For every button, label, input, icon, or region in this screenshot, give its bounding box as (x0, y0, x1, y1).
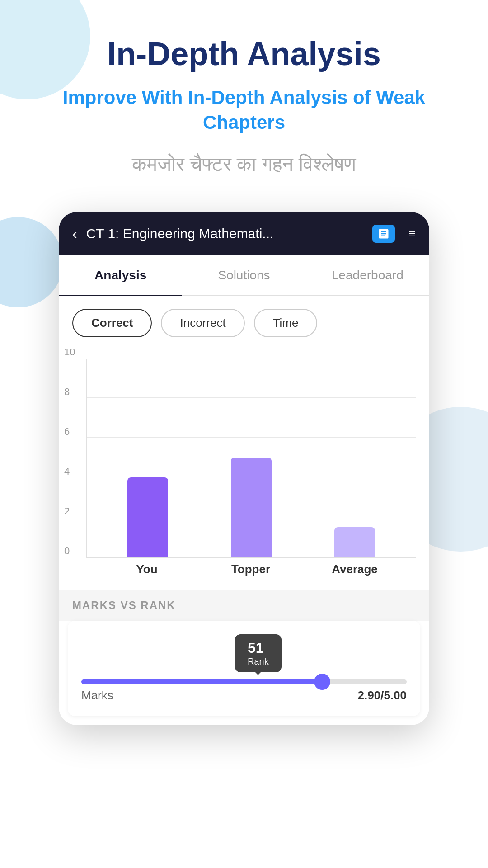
marks-value: 2.90/5.00 (358, 689, 407, 703)
page-title: In-Depth Analysis (107, 36, 380, 72)
rank-value: 51 (248, 640, 264, 656)
tabs-row: Analysis Solutions Leaderboard (59, 255, 429, 296)
x-labels: You Topper Average (86, 558, 416, 585)
bar-group-you (127, 477, 168, 557)
bar-topper (231, 458, 272, 557)
tab-analysis[interactable]: Analysis (59, 255, 182, 295)
page-subtitle: Improve With In-Depth Analysis of Weak C… (0, 85, 488, 135)
y-label-4: 4 (64, 466, 70, 477)
x-label-you: You (117, 562, 176, 576)
back-button[interactable]: ‹ (72, 226, 77, 242)
header-title: CT 1: Engineering Mathemati... (86, 226, 363, 241)
page-hindi-subtitle: कमजोर चैफ्टर का गहन विश्लेषण (105, 153, 383, 176)
bar-group-average (334, 527, 375, 557)
y-label-6: 6 (64, 426, 70, 438)
x-label-average: Average (325, 562, 384, 576)
rank-sub-label: Rank (248, 656, 269, 667)
marks-row: Marks 2.90/5.00 (81, 689, 407, 703)
book-icon (372, 225, 395, 243)
filter-incorrect[interactable]: Incorrect (161, 309, 244, 337)
y-label-8: 8 (64, 386, 70, 398)
phone-mockup: ‹ CT 1: Engineering Mathemati... ≡ Analy… (59, 212, 429, 725)
bars-container (96, 359, 407, 557)
bar-average (334, 527, 375, 557)
y-label-10: 10 (64, 346, 75, 358)
bar-group-topper (231, 458, 272, 557)
filter-time[interactable]: Time (254, 309, 318, 337)
slider-track[interactable] (81, 679, 407, 684)
tab-leaderboard[interactable]: Leaderboard (306, 255, 429, 295)
bar-you (127, 477, 168, 557)
y-label-2: 2 (64, 505, 70, 517)
marks-vs-rank-label: MARKS VS RANK (72, 599, 176, 611)
tab-solutions[interactable]: Solutions (182, 255, 305, 295)
chart-area: 10 8 6 4 2 0 (59, 350, 429, 590)
x-label-topper: Topper (221, 562, 280, 576)
filter-row: Correct Incorrect Time (59, 296, 429, 350)
marks-label: Marks (81, 689, 113, 703)
section-divider: MARKS VS RANK (59, 590, 429, 621)
rank-tooltip: 51 Rank (235, 634, 282, 672)
grid-line-10: 10 (87, 358, 416, 358)
chart-grid: 10 8 6 4 2 0 (86, 359, 416, 558)
slider-thumb[interactable] (314, 674, 330, 690)
app-header: ‹ CT 1: Engineering Mathemati... ≡ (59, 212, 429, 255)
y-label-0: 0 (64, 545, 70, 557)
filter-correct[interactable]: Correct (72, 309, 152, 337)
marks-vs-rank-card: 51 Rank Marks 2.90/5.00 (68, 621, 420, 716)
menu-button[interactable]: ≡ (408, 226, 416, 241)
